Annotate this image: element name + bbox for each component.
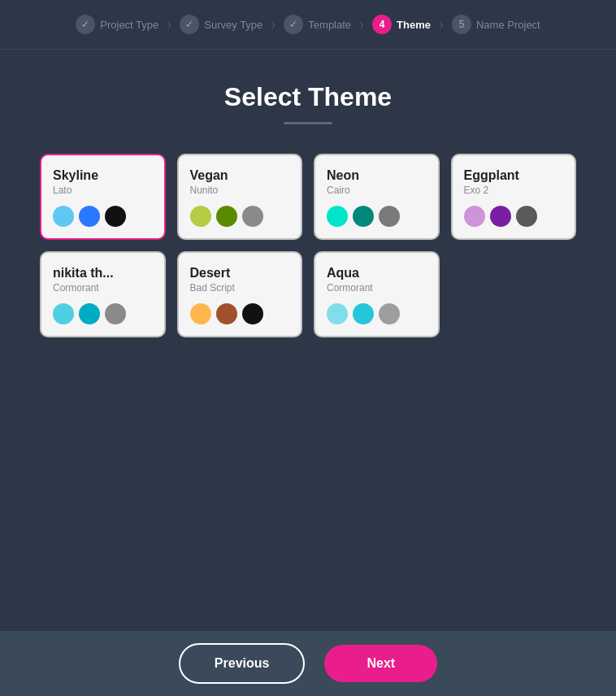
- theme-name-vegan: Vegan: [190, 168, 290, 183]
- theme-name-neon: Neon: [327, 168, 427, 183]
- color-dot-neon-1: [353, 206, 374, 227]
- color-dot-desert-1: [216, 303, 237, 324]
- step-icon-theme: 4: [372, 15, 392, 34]
- sep-1: ›: [167, 16, 171, 33]
- theme-font-nikita: Cormorant: [53, 282, 153, 294]
- color-dot-eggplant-0: [464, 206, 485, 227]
- theme-font-desert: Bad Script: [190, 282, 290, 294]
- color-dot-aqua-0: [327, 303, 348, 324]
- theme-colors-vegan: [190, 206, 290, 227]
- color-dot-eggplant-2: [516, 206, 537, 227]
- theme-colors-skyline: [53, 206, 153, 227]
- sep-4: ›: [439, 16, 444, 33]
- theme-colors-nikita: [53, 303, 153, 324]
- step-label-template: Template: [308, 19, 351, 31]
- step-project-type: ✓ Project Type: [76, 15, 158, 34]
- step-label-project-type: Project Type: [100, 19, 158, 31]
- theme-font-neon: Cairo: [327, 185, 427, 196]
- color-dot-vegan-0: [190, 206, 211, 227]
- next-button[interactable]: Next: [324, 645, 437, 682]
- step-survey-type: ✓ Survey Type: [180, 15, 262, 34]
- theme-grid: SkylineLatoVeganNunitoNeonCairoEggplantE…: [40, 154, 576, 337]
- title-divider: [284, 122, 332, 124]
- theme-colors-desert: [190, 303, 290, 324]
- theme-card-neon[interactable]: NeonCairo: [314, 154, 440, 240]
- color-dot-skyline-2: [105, 206, 126, 227]
- theme-name-aqua: Aqua: [327, 266, 427, 281]
- theme-font-aqua: Cormorant: [327, 282, 427, 294]
- theme-colors-aqua: [327, 303, 427, 324]
- step-icon-project-type: ✓: [76, 15, 95, 34]
- step-icon-name-project: 5: [452, 15, 471, 34]
- color-dot-nikita-1: [79, 303, 100, 324]
- step-icon-template: ✓: [284, 15, 303, 34]
- step-label-theme: Theme: [397, 19, 431, 31]
- step-template: ✓ Template: [284, 15, 351, 34]
- step-theme: 4 Theme: [372, 15, 431, 34]
- color-dot-vegan-2: [242, 206, 263, 227]
- step-name-project: 5 Name Project: [452, 15, 540, 34]
- theme-card-desert[interactable]: DesertBad Script: [177, 251, 303, 337]
- sep-2: ›: [271, 16, 275, 33]
- color-dot-eggplant-1: [490, 206, 511, 227]
- step-icon-survey-type: ✓: [180, 15, 199, 34]
- sep-3: ›: [359, 16, 364, 33]
- color-dot-desert-2: [242, 303, 263, 324]
- color-dot-nikita-2: [105, 303, 126, 324]
- theme-colors-neon: [327, 206, 427, 227]
- page-title: Select Theme: [224, 82, 392, 112]
- step-label-survey-type: Survey Type: [204, 19, 262, 31]
- color-dot-neon-2: [379, 206, 400, 227]
- theme-name-eggplant: Eggplant: [464, 168, 564, 183]
- color-dot-neon-0: [327, 206, 348, 227]
- color-dot-skyline-1: [79, 206, 100, 227]
- theme-font-eggplant: Exo 2: [464, 185, 564, 196]
- main-content: Select Theme SkylineLatoVeganNunitoNeonC…: [0, 50, 616, 631]
- color-dot-nikita-0: [53, 303, 74, 324]
- color-dot-vegan-1: [216, 206, 237, 227]
- theme-font-skyline: Lato: [53, 185, 153, 196]
- color-dot-skyline-0: [53, 206, 74, 227]
- color-dot-aqua-1: [353, 303, 374, 324]
- theme-font-vegan: Nunito: [190, 185, 290, 196]
- theme-name-desert: Desert: [190, 266, 290, 281]
- previous-button[interactable]: Previous: [179, 643, 306, 684]
- theme-card-aqua[interactable]: AquaCormorant: [314, 251, 440, 337]
- step-label-name-project: Name Project: [476, 19, 540, 31]
- theme-name-skyline: Skyline: [53, 168, 153, 183]
- color-dot-aqua-2: [379, 303, 400, 324]
- color-dot-desert-0: [190, 303, 211, 324]
- theme-card-vegan[interactable]: VeganNunito: [177, 154, 303, 240]
- footer: Previous Next: [0, 631, 616, 696]
- theme-card-skyline[interactable]: SkylineLato: [40, 154, 166, 240]
- theme-name-nikita: nikita th...: [53, 266, 153, 281]
- theme-card-nikita[interactable]: nikita th...Cormorant: [40, 251, 166, 337]
- stepper: ✓ Project Type › ✓ Survey Type › ✓ Templ…: [0, 0, 616, 50]
- theme-colors-eggplant: [464, 206, 564, 227]
- theme-card-eggplant[interactable]: EggplantExo 2: [451, 154, 577, 240]
